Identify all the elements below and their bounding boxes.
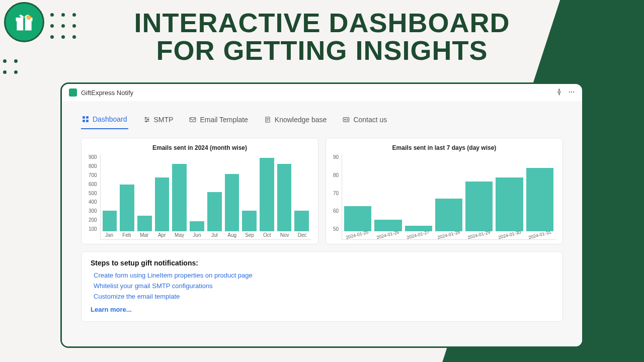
tab-knowledge-base[interactable]: Knowledge base — [263, 113, 328, 129]
decor-dots — [592, 324, 629, 350]
svg-point-17 — [345, 119, 346, 120]
bar[interactable] — [103, 211, 117, 231]
chart-weekly: 9080706050 2024-01-252024-01-262024-01-2… — [333, 154, 555, 240]
tab-label: Email Template — [200, 116, 248, 124]
grid-icon — [82, 116, 89, 123]
svg-point-6 — [573, 91, 574, 92]
tab-smtp[interactable]: SMTP — [142, 113, 175, 129]
tab-contact-us[interactable]: Contact us — [342, 113, 388, 129]
chart-monthly-card: Emails sent in 2024 (month wise) 9008007… — [81, 138, 318, 244]
bar[interactable] — [225, 174, 239, 231]
tab-email-template[interactable]: Email Template — [188, 113, 249, 129]
tab-label: Contact us — [353, 116, 387, 124]
id-icon — [343, 116, 350, 123]
svg-rect-9 — [83, 120, 85, 122]
bar[interactable] — [242, 211, 257, 231]
pin-icon[interactable] — [556, 88, 563, 97]
window-topbar: GiftExpress Notify — [62, 84, 582, 101]
bars — [101, 154, 311, 231]
bar[interactable] — [344, 206, 371, 231]
bar[interactable] — [294, 211, 309, 231]
y-axis: 900800700600500400300200100 — [89, 154, 100, 240]
bar[interactable] — [526, 168, 553, 231]
tab-label: SMTP — [154, 116, 174, 124]
doc-icon — [264, 116, 271, 123]
bar[interactable] — [190, 221, 204, 231]
steps-heading: Steps to setup gift notifications: — [91, 259, 553, 267]
steps-card: Steps to setup gift notifications: Creat… — [81, 251, 563, 322]
bar[interactable] — [137, 216, 152, 231]
x-axis: JanFebMarAprMayJunJulAugSepOctNovDec — [101, 232, 311, 239]
tab-label: Knowledge base — [275, 116, 327, 124]
bars — [342, 154, 555, 231]
hero-line1: INTERACTIVE DASHBOARD — [0, 9, 644, 37]
step-link-3[interactable]: Customize the email template — [91, 291, 553, 302]
tab-dashboard[interactable]: Dashboard — [81, 113, 128, 129]
svg-rect-10 — [86, 120, 89, 122]
step-link-1[interactable]: Create form using LineItem properties on… — [91, 270, 553, 281]
mail-icon — [189, 116, 196, 123]
svg-point-12 — [147, 119, 148, 120]
app-window: GiftExpress Notify Dashboard SMTP Email … — [60, 82, 584, 348]
svg-rect-7 — [83, 116, 85, 119]
more-icon[interactable] — [568, 88, 575, 97]
svg-point-4 — [569, 91, 570, 92]
tab-label: Dashboard — [93, 115, 127, 123]
hero-title: INTERACTIVE DASHBOARD FOR GETTING INSIGH… — [0, 9, 644, 64]
bar[interactable] — [207, 192, 222, 231]
hero-line2: FOR GETTING INSIGHTS — [0, 37, 644, 64]
bar[interactable] — [172, 164, 187, 231]
svg-rect-14 — [190, 118, 196, 122]
bar[interactable] — [435, 199, 462, 231]
chart-monthly: 900800700600500400300200100 JanFebMarApr… — [89, 154, 311, 240]
svg-rect-8 — [86, 116, 89, 119]
chart-title: Emails sent in 2024 (month wise) — [89, 144, 311, 151]
bar[interactable] — [120, 185, 134, 232]
y-axis: 9080706050 — [333, 154, 342, 240]
bar[interactable] — [155, 177, 170, 231]
charts-row: Emails sent in 2024 (month wise) 9008007… — [81, 138, 563, 244]
app-title: GiftExpress Notify — [81, 89, 133, 97]
bar[interactable] — [260, 158, 274, 231]
step-link-2[interactable]: Whitelist your gmail SMTP configurations — [91, 281, 553, 291]
svg-point-13 — [145, 121, 146, 122]
chart-title: Emails sent in last 7 days (day wise) — [333, 144, 555, 151]
svg-point-11 — [145, 117, 146, 118]
bar[interactable] — [277, 164, 292, 231]
app-small-icon — [69, 88, 77, 97]
x-axis: 2024-01-252024-01-262024-01-272024-01-28… — [342, 232, 555, 239]
tabs: Dashboard SMTP Email Template Knowledge … — [81, 113, 563, 130]
svg-point-5 — [571, 91, 572, 92]
bar[interactable] — [496, 177, 523, 231]
bar[interactable] — [465, 182, 493, 231]
window-content: Dashboard SMTP Email Template Knowledge … — [62, 101, 582, 346]
learn-more-link[interactable]: Learn more... — [91, 306, 553, 313]
sliders-icon — [143, 116, 150, 123]
chart-weekly-card: Emails sent in last 7 days (day wise) 90… — [326, 138, 563, 244]
